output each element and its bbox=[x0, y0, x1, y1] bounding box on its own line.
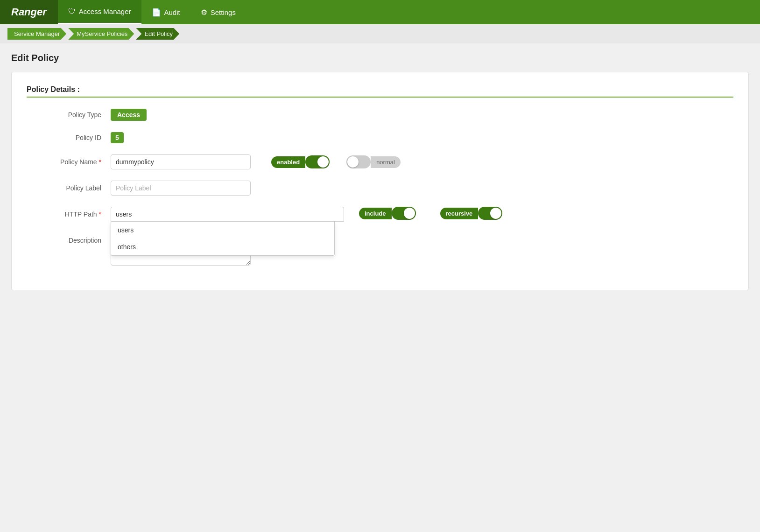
nav-audit-label: Audit bbox=[164, 8, 180, 16]
include-toggle-group[interactable]: include bbox=[359, 207, 416, 220]
normal-knob bbox=[347, 156, 359, 168]
page-title: Edit Policy bbox=[11, 53, 749, 63]
include-label: include bbox=[359, 208, 392, 219]
normal-toggle-group[interactable]: normal bbox=[346, 155, 401, 168]
breadcrumb: Service Manager MyService Policies Edit … bbox=[0, 24, 760, 43]
include-toggle[interactable] bbox=[392, 207, 416, 220]
policy-details-header: Policy Details : bbox=[27, 85, 733, 94]
policy-name-row: Policy Name * enabled normal bbox=[27, 154, 733, 169]
nav-settings-label: Settings bbox=[211, 8, 236, 16]
app-brand: Ranger bbox=[0, 0, 58, 24]
policy-name-required: * bbox=[99, 158, 101, 166]
policy-id-badge: 5 bbox=[111, 132, 124, 143]
policy-label-row: Policy Label bbox=[27, 181, 733, 196]
policy-type-badge: Access bbox=[111, 109, 147, 121]
policy-type-label: Policy Type bbox=[27, 111, 101, 119]
breadcrumb-myservice-policies[interactable]: MyService Policies bbox=[68, 28, 134, 40]
normal-toggle[interactable] bbox=[346, 155, 371, 168]
enabled-toggle[interactable] bbox=[305, 155, 330, 168]
enabled-toggle-group[interactable]: enabled bbox=[271, 155, 330, 168]
enabled-knob bbox=[317, 156, 329, 168]
policy-label-label: Policy Label bbox=[27, 184, 101, 192]
policy-label-input[interactable] bbox=[111, 181, 251, 196]
http-path-label: HTTP Path * bbox=[27, 207, 101, 218]
dropdown-item-others[interactable]: others bbox=[111, 238, 334, 255]
recursive-label: recursive bbox=[440, 208, 479, 219]
http-path-required: * bbox=[99, 210, 101, 218]
shield-icon: 🛡 bbox=[68, 7, 76, 16]
policy-id-label: Policy ID bbox=[27, 134, 101, 141]
page-content: Edit Policy Policy Details : Policy Type… bbox=[0, 43, 760, 300]
dropdown-item-users[interactable]: users bbox=[111, 222, 334, 238]
policy-details-divider bbox=[27, 97, 733, 98]
policy-type-row: Policy Type Access bbox=[27, 109, 733, 121]
http-path-dropdown: users others bbox=[111, 222, 335, 256]
policy-name-input[interactable] bbox=[111, 154, 251, 169]
policy-id-row: Policy ID 5 bbox=[27, 132, 733, 143]
policy-name-label: Policy Name * bbox=[27, 158, 101, 166]
policy-card: Policy Details : Policy Type Access Poli… bbox=[11, 72, 749, 290]
gear-icon: ⚙ bbox=[201, 8, 207, 17]
nav-audit[interactable]: 📄 Audit bbox=[141, 0, 190, 24]
nav-access-manager[interactable]: 🛡 Access Manager bbox=[58, 0, 141, 24]
file-icon: 📄 bbox=[152, 8, 161, 17]
recursive-toggle[interactable] bbox=[478, 207, 502, 220]
http-path-row: HTTP Path * users others include recursi… bbox=[27, 207, 733, 222]
top-nav: Ranger 🛡 Access Manager 📄 Audit ⚙ Settin… bbox=[0, 0, 760, 24]
http-path-input[interactable] bbox=[111, 207, 344, 222]
recursive-knob bbox=[490, 208, 501, 219]
http-path-wrapper: users others bbox=[111, 207, 344, 222]
breadcrumb-service-manager[interactable]: Service Manager bbox=[7, 28, 66, 40]
include-knob bbox=[404, 208, 415, 219]
normal-label: normal bbox=[371, 156, 401, 168]
nav-settings[interactable]: ⚙ Settings bbox=[190, 0, 246, 24]
nav-access-manager-label: Access Manager bbox=[79, 7, 131, 15]
recursive-toggle-group[interactable]: recursive bbox=[440, 207, 503, 220]
enabled-label: enabled bbox=[271, 156, 305, 168]
breadcrumb-edit-policy[interactable]: Edit Policy bbox=[136, 28, 179, 40]
description-label: Description bbox=[27, 233, 101, 244]
